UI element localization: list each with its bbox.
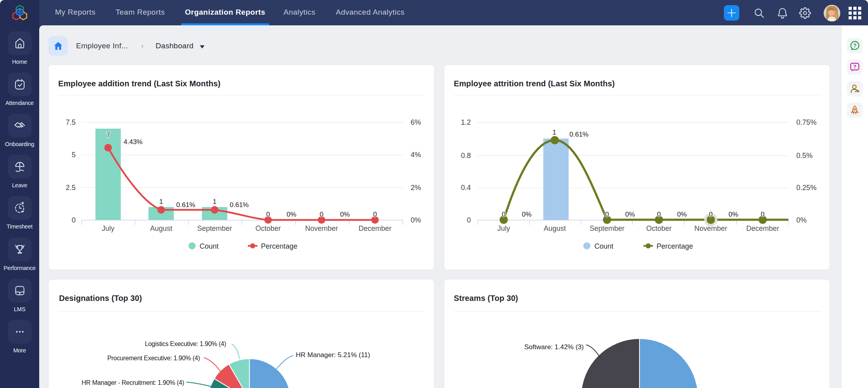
- svg-text:0.4: 0.4: [461, 184, 471, 192]
- svg-text:November: November: [305, 224, 338, 232]
- svg-text:2.5: 2.5: [66, 184, 76, 192]
- svg-text:0.61%: 0.61%: [176, 201, 195, 209]
- svg-text:1: 1: [213, 198, 216, 205]
- svg-text:Logistics Executive: 1.90% (4): Logistics Executive: 1.90% (4): [145, 340, 226, 347]
- svg-text:0.8: 0.8: [461, 152, 471, 160]
- svg-text:0: 0: [320, 211, 323, 218]
- svg-text:0%: 0%: [796, 216, 807, 224]
- svg-text:October: October: [255, 224, 281, 232]
- svg-text:5: 5: [72, 151, 76, 159]
- svg-text:September: September: [590, 224, 624, 232]
- svg-text:July: July: [497, 224, 510, 232]
- svg-text:Percentage: Percentage: [657, 242, 693, 250]
- svg-text:1.2: 1.2: [461, 118, 471, 126]
- svg-text:0: 0: [657, 211, 661, 218]
- svg-text:0: 0: [373, 211, 377, 218]
- svg-text:0: 0: [467, 216, 471, 224]
- svg-text:0.61%: 0.61%: [230, 201, 249, 209]
- svg-text:1: 1: [159, 198, 163, 205]
- svg-text:Percentage: Percentage: [261, 242, 297, 250]
- svg-text:August: August: [544, 224, 566, 232]
- svg-text:0%: 0%: [677, 211, 687, 218]
- svg-text:?: ?: [853, 42, 857, 49]
- svg-text:4.43%: 4.43%: [124, 138, 143, 146]
- svg-text:November: November: [694, 224, 727, 232]
- svg-text:0%: 0%: [729, 211, 739, 218]
- svg-text:Count: Count: [594, 242, 613, 250]
- svg-text:0: 0: [72, 216, 76, 224]
- svg-text:0%: 0%: [522, 211, 532, 218]
- svg-text:July: July: [102, 224, 114, 232]
- svg-text:August: August: [150, 224, 172, 232]
- svg-text:7.5: 7.5: [66, 118, 76, 126]
- svg-text:0.75%: 0.75%: [796, 118, 817, 126]
- svg-text:7: 7: [106, 131, 110, 139]
- svg-text:1: 1: [552, 129, 556, 136]
- svg-text:0: 0: [502, 211, 505, 218]
- svg-text:4%: 4%: [411, 151, 421, 159]
- svg-text:0: 0: [605, 211, 609, 218]
- svg-text:0.25%: 0.25%: [796, 184, 817, 192]
- svg-text:September: September: [197, 224, 232, 232]
- svg-text:0: 0: [761, 211, 764, 218]
- svg-text:Software: 1.42% (3): Software: 1.42% (3): [524, 343, 584, 351]
- svg-text:2%: 2%: [411, 184, 421, 192]
- svg-text:December: December: [746, 224, 779, 232]
- svg-text:HR Manager - Recruitment: 1.90: HR Manager - Recruitment: 1.90% (4): [82, 379, 184, 386]
- svg-text:0%: 0%: [411, 216, 421, 224]
- svg-text:0.5%: 0.5%: [796, 152, 813, 160]
- svg-text:December: December: [358, 224, 391, 232]
- svg-text:October: October: [646, 224, 672, 232]
- svg-text:0%: 0%: [340, 211, 350, 218]
- svg-text:6%: 6%: [411, 118, 421, 126]
- svg-text:?: ?: [853, 64, 857, 70]
- svg-text:0%: 0%: [625, 211, 635, 218]
- svg-text:0: 0: [266, 211, 270, 218]
- svg-text:0%: 0%: [287, 211, 297, 218]
- svg-text:Count: Count: [200, 242, 219, 250]
- svg-text:HR Manager: 5.21% (11): HR Manager: 5.21% (11): [296, 351, 370, 359]
- svg-text:Procurement Executive: 1.90% (: Procurement Executive: 1.90% (4): [107, 355, 200, 361]
- svg-text:0: 0: [709, 211, 712, 218]
- svg-text:0.61%: 0.61%: [569, 131, 588, 138]
